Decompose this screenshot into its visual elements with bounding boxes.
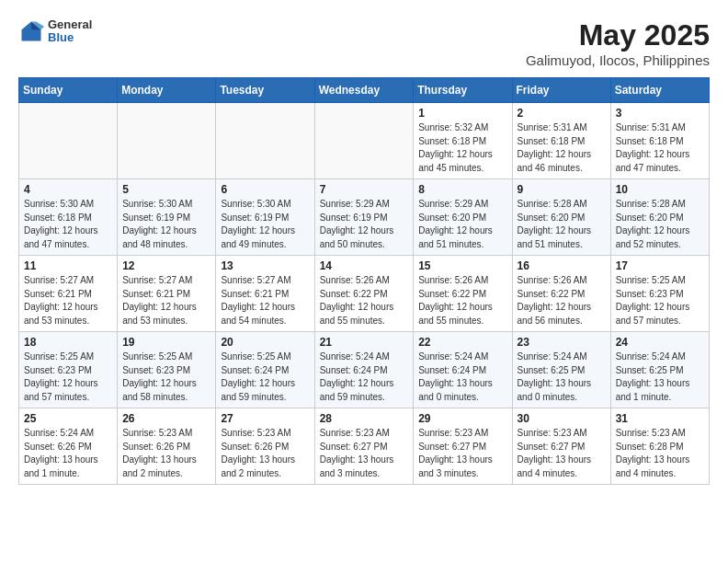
day-number: 16 bbox=[518, 259, 606, 272]
calendar-cell: 8Sunrise: 5:29 AM Sunset: 6:20 PM Daylig… bbox=[414, 179, 512, 256]
day-number: 10 bbox=[616, 183, 704, 196]
calendar-cell: 26Sunrise: 5:23 AM Sunset: 6:26 PM Dayli… bbox=[118, 408, 216, 485]
calendar-week-row: 18Sunrise: 5:25 AM Sunset: 6:23 PM Dayli… bbox=[19, 332, 710, 408]
day-number: 30 bbox=[518, 412, 606, 425]
day-number: 12 bbox=[122, 259, 210, 272]
day-number: 14 bbox=[320, 259, 409, 272]
day-info: Sunrise: 5:30 AM Sunset: 6:18 PM Dayligh… bbox=[24, 198, 112, 251]
day-info: Sunrise: 5:26 AM Sunset: 6:22 PM Dayligh… bbox=[518, 274, 606, 327]
calendar-cell: 4Sunrise: 5:30 AM Sunset: 6:18 PM Daylig… bbox=[19, 179, 118, 256]
day-number: 25 bbox=[24, 412, 112, 425]
logo-general: General bbox=[48, 18, 92, 31]
day-number: 7 bbox=[320, 183, 409, 196]
day-info: Sunrise: 5:28 AM Sunset: 6:20 PM Dayligh… bbox=[518, 198, 606, 251]
calendar-cell: 27Sunrise: 5:23 AM Sunset: 6:26 PM Dayli… bbox=[216, 408, 314, 485]
day-info: Sunrise: 5:23 AM Sunset: 6:26 PM Dayligh… bbox=[221, 427, 309, 480]
day-number: 28 bbox=[320, 412, 409, 425]
day-number: 21 bbox=[320, 336, 409, 349]
calendar-week-row: 1Sunrise: 5:32 AM Sunset: 6:18 PM Daylig… bbox=[19, 103, 710, 179]
day-info: Sunrise: 5:25 AM Sunset: 6:24 PM Dayligh… bbox=[221, 350, 309, 404]
weekday-header: Friday bbox=[512, 78, 610, 103]
calendar-cell: 15Sunrise: 5:26 AM Sunset: 6:22 PM Dayli… bbox=[414, 256, 512, 332]
day-info: Sunrise: 5:24 AM Sunset: 6:24 PM Dayligh… bbox=[320, 350, 409, 404]
day-number: 26 bbox=[122, 412, 210, 425]
calendar-cell: 12Sunrise: 5:27 AM Sunset: 6:21 PM Dayli… bbox=[118, 256, 216, 332]
day-number: 17 bbox=[616, 259, 704, 272]
day-info: Sunrise: 5:31 AM Sunset: 6:18 PM Dayligh… bbox=[616, 121, 704, 175]
logo-icon bbox=[18, 18, 44, 44]
day-number: 1 bbox=[418, 107, 506, 120]
calendar-cell: 2Sunrise: 5:31 AM Sunset: 6:18 PM Daylig… bbox=[512, 103, 610, 179]
weekday-header: Monday bbox=[118, 78, 216, 103]
page-header: General Blue May 2025 Galimuyod, Ilocos,… bbox=[18, 18, 710, 68]
calendar-cell: 18Sunrise: 5:25 AM Sunset: 6:23 PM Dayli… bbox=[19, 332, 118, 408]
calendar-cell: 19Sunrise: 5:25 AM Sunset: 6:23 PM Dayli… bbox=[118, 332, 216, 408]
day-number: 24 bbox=[616, 336, 704, 349]
day-info: Sunrise: 5:23 AM Sunset: 6:27 PM Dayligh… bbox=[320, 427, 409, 480]
calendar-cell: 24Sunrise: 5:24 AM Sunset: 6:25 PM Dayli… bbox=[610, 332, 709, 408]
calendar-cell: 6Sunrise: 5:30 AM Sunset: 6:19 PM Daylig… bbox=[216, 179, 314, 256]
day-info: Sunrise: 5:31 AM Sunset: 6:18 PM Dayligh… bbox=[518, 121, 606, 175]
calendar-header-row: SundayMondayTuesdayWednesdayThursdayFrid… bbox=[19, 78, 710, 103]
calendar-cell: 25Sunrise: 5:24 AM Sunset: 6:26 PM Dayli… bbox=[19, 408, 118, 485]
calendar-cell: 29Sunrise: 5:23 AM Sunset: 6:27 PM Dayli… bbox=[414, 408, 512, 485]
weekday-header: Saturday bbox=[610, 78, 709, 103]
calendar-cell: 9Sunrise: 5:28 AM Sunset: 6:20 PM Daylig… bbox=[512, 179, 610, 256]
calendar-cell: 21Sunrise: 5:24 AM Sunset: 6:24 PM Dayli… bbox=[314, 332, 414, 408]
day-info: Sunrise: 5:26 AM Sunset: 6:22 PM Dayligh… bbox=[418, 274, 506, 327]
day-number: 18 bbox=[24, 336, 112, 349]
calendar-cell: 20Sunrise: 5:25 AM Sunset: 6:24 PM Dayli… bbox=[216, 332, 314, 408]
day-number: 11 bbox=[24, 259, 112, 272]
calendar-cell: 3Sunrise: 5:31 AM Sunset: 6:18 PM Daylig… bbox=[610, 103, 709, 179]
day-number: 2 bbox=[518, 107, 606, 120]
day-number: 31 bbox=[616, 412, 704, 425]
calendar-cell: 7Sunrise: 5:29 AM Sunset: 6:19 PM Daylig… bbox=[314, 179, 414, 256]
day-info: Sunrise: 5:30 AM Sunset: 6:19 PM Dayligh… bbox=[122, 198, 210, 251]
calendar-cell: 5Sunrise: 5:30 AM Sunset: 6:19 PM Daylig… bbox=[118, 179, 216, 256]
day-number: 20 bbox=[221, 336, 309, 349]
day-info: Sunrise: 5:29 AM Sunset: 6:19 PM Dayligh… bbox=[320, 198, 409, 251]
calendar-cell: 1Sunrise: 5:32 AM Sunset: 6:18 PM Daylig… bbox=[414, 103, 512, 179]
day-number: 4 bbox=[24, 183, 112, 196]
day-info: Sunrise: 5:25 AM Sunset: 6:23 PM Dayligh… bbox=[24, 350, 112, 404]
day-number: 27 bbox=[221, 412, 309, 425]
day-info: Sunrise: 5:24 AM Sunset: 6:26 PM Dayligh… bbox=[24, 427, 112, 480]
page-subtitle: Galimuyod, Ilocos, Philippines bbox=[526, 52, 710, 68]
calendar-cell: 28Sunrise: 5:23 AM Sunset: 6:27 PM Dayli… bbox=[314, 408, 414, 485]
day-info: Sunrise: 5:23 AM Sunset: 6:28 PM Dayligh… bbox=[616, 427, 704, 480]
calendar-cell: 10Sunrise: 5:28 AM Sunset: 6:20 PM Dayli… bbox=[610, 179, 709, 256]
calendar-cell bbox=[314, 103, 414, 179]
page-title: May 2025 bbox=[526, 18, 710, 52]
day-number: 29 bbox=[418, 412, 506, 425]
day-info: Sunrise: 5:23 AM Sunset: 6:27 PM Dayligh… bbox=[518, 427, 606, 480]
calendar-cell: 16Sunrise: 5:26 AM Sunset: 6:22 PM Dayli… bbox=[512, 256, 610, 332]
weekday-header: Thursday bbox=[414, 78, 512, 103]
day-number: 8 bbox=[418, 183, 506, 196]
weekday-header: Wednesday bbox=[314, 78, 414, 103]
day-info: Sunrise: 5:28 AM Sunset: 6:20 PM Dayligh… bbox=[616, 198, 704, 251]
day-info: Sunrise: 5:24 AM Sunset: 6:25 PM Dayligh… bbox=[518, 350, 606, 404]
calendar-cell: 30Sunrise: 5:23 AM Sunset: 6:27 PM Dayli… bbox=[512, 408, 610, 485]
calendar-cell: 17Sunrise: 5:25 AM Sunset: 6:23 PM Dayli… bbox=[610, 256, 709, 332]
day-info: Sunrise: 5:25 AM Sunset: 6:23 PM Dayligh… bbox=[616, 274, 704, 327]
calendar-week-row: 11Sunrise: 5:27 AM Sunset: 6:21 PM Dayli… bbox=[19, 256, 710, 332]
calendar-week-row: 25Sunrise: 5:24 AM Sunset: 6:26 PM Dayli… bbox=[19, 408, 710, 485]
day-number: 5 bbox=[122, 183, 210, 196]
day-info: Sunrise: 5:24 AM Sunset: 6:25 PM Dayligh… bbox=[616, 350, 704, 404]
day-info: Sunrise: 5:27 AM Sunset: 6:21 PM Dayligh… bbox=[24, 274, 112, 327]
calendar-cell bbox=[216, 103, 314, 179]
logo-text: General Blue bbox=[48, 18, 92, 45]
logo: General Blue bbox=[18, 18, 92, 45]
day-number: 19 bbox=[122, 336, 210, 349]
title-block: May 2025 Galimuyod, Ilocos, Philippines bbox=[526, 18, 710, 68]
day-number: 13 bbox=[221, 259, 309, 272]
day-info: Sunrise: 5:27 AM Sunset: 6:21 PM Dayligh… bbox=[122, 274, 210, 327]
day-number: 9 bbox=[518, 183, 606, 196]
day-number: 6 bbox=[221, 183, 309, 196]
calendar-cell: 14Sunrise: 5:26 AM Sunset: 6:22 PM Dayli… bbox=[314, 256, 414, 332]
weekday-header: Sunday bbox=[19, 78, 118, 103]
calendar-week-row: 4Sunrise: 5:30 AM Sunset: 6:18 PM Daylig… bbox=[19, 179, 710, 256]
calendar-cell bbox=[118, 103, 216, 179]
calendar-cell: 31Sunrise: 5:23 AM Sunset: 6:28 PM Dayli… bbox=[610, 408, 709, 485]
day-info: Sunrise: 5:23 AM Sunset: 6:27 PM Dayligh… bbox=[418, 427, 506, 480]
